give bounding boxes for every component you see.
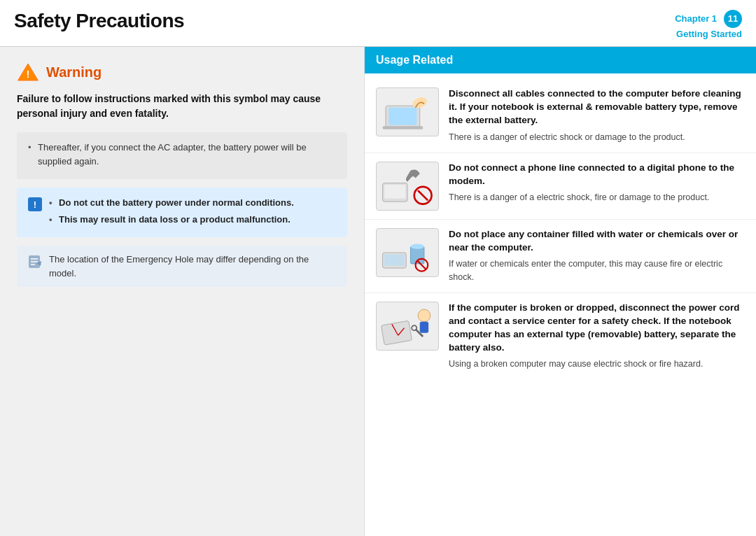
usage-desc-3: If water or chemicals enter the computer… bbox=[449, 258, 745, 284]
usage-text-4: If the computer is broken or dropped, di… bbox=[449, 302, 745, 371]
usage-title-3: Do not place any container filled with w… bbox=[449, 228, 745, 255]
usage-text-1: Disconnect all cables connected to the c… bbox=[449, 87, 745, 143]
svg-point-24 bbox=[418, 309, 430, 322]
usage-title-4: If the computer is broken or dropped, di… bbox=[449, 302, 745, 355]
svg-text:!: ! bbox=[27, 69, 30, 80]
usage-desc-4: Using a broken computer may cause electr… bbox=[449, 358, 745, 371]
usage-text-2: Do not connect a phone line connected to… bbox=[449, 162, 745, 205]
usage-image-1 bbox=[376, 87, 439, 136]
svg-point-27 bbox=[412, 325, 416, 330]
caution-text: Do not cut the battery power under norma… bbox=[49, 196, 294, 229]
note-box: The location of the Emergency Hole may d… bbox=[17, 246, 347, 287]
left-panel: ! Warning Failure to follow instructions… bbox=[0, 47, 364, 536]
svg-rect-9 bbox=[388, 108, 416, 125]
bullet-item-1: Thereafter, if you connect the AC adapte… bbox=[28, 141, 336, 168]
usage-related-title: Usage Related bbox=[376, 54, 453, 66]
usage-item-1: Disconnect all cables connected to the c… bbox=[365, 79, 756, 153]
usage-item-2: Do not connect a phone line connected to… bbox=[365, 153, 756, 220]
warning-header: ! Warning bbox=[17, 61, 347, 83]
usage-title-1: Disconnect all cables connected to the c… bbox=[449, 87, 745, 127]
warning-label: Warning bbox=[46, 64, 102, 80]
svg-point-18 bbox=[410, 244, 424, 248]
usage-title-2: Do not connect a phone line connected to… bbox=[449, 162, 745, 188]
usage-image-3 bbox=[376, 228, 439, 277]
caution-item-1: Do not cut the battery power under norma… bbox=[49, 196, 294, 210]
usage-desc-1: There is a danger of electric shock or d… bbox=[449, 131, 745, 144]
warning-icon: ! bbox=[17, 61, 39, 83]
svg-rect-12 bbox=[384, 185, 405, 198]
chapter-number: 11 bbox=[724, 10, 742, 28]
caution-box: ! Do not cut the battery power under nor… bbox=[17, 188, 347, 237]
usage-image-2 bbox=[376, 162, 439, 211]
note-icon bbox=[27, 254, 42, 269]
usage-desc-2: There is a danger of a electric shock, f… bbox=[449, 191, 745, 204]
svg-line-14 bbox=[418, 190, 428, 200]
svg-rect-25 bbox=[420, 322, 428, 333]
usage-item-4: If the computer is broken or dropped, di… bbox=[365, 293, 756, 379]
svg-rect-8 bbox=[383, 127, 424, 129]
usage-related-header: Usage Related bbox=[365, 47, 756, 73]
usage-items-list: Disconnect all cables connected to the c… bbox=[365, 73, 756, 536]
usage-item-3: Do not place any container filled with w… bbox=[365, 220, 756, 293]
page-title: Safety Precautions bbox=[14, 10, 184, 32]
chapter-info: Chapter 1 11 Getting Started bbox=[675, 10, 742, 41]
caution-icon: ! bbox=[28, 197, 42, 211]
chapter-label: Chapter 1 bbox=[675, 13, 717, 24]
bullet-box: Thereafter, if you connect the AC adapte… bbox=[17, 132, 347, 179]
caution-item-2: This may result in data loss or a produc… bbox=[49, 213, 294, 227]
usage-image-4 bbox=[376, 302, 439, 351]
chapter-sub: Getting Started bbox=[675, 28, 742, 41]
usage-text-3: Do not place any container filled with w… bbox=[449, 228, 745, 284]
svg-rect-16 bbox=[384, 254, 404, 265]
note-text: The location of the Emergency Hole may d… bbox=[49, 253, 337, 280]
right-panel: Usage Related Disconnect bbox=[364, 47, 756, 536]
main-content: ! Warning Failure to follow instructions… bbox=[0, 47, 756, 536]
warning-description: Failure to follow instructions marked wi… bbox=[17, 92, 347, 121]
page-header: Safety Precautions Chapter 1 11 Getting … bbox=[0, 0, 756, 47]
